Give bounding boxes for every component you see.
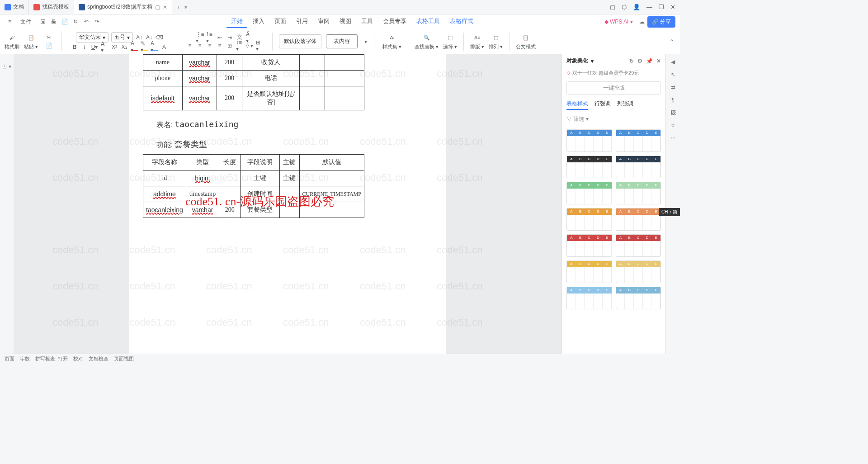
tab-table-style[interactable]: 表格样式 (445, 15, 478, 28)
tab-page[interactable]: 页面 (270, 15, 291, 28)
tab-table-tools[interactable]: 表格工具 (412, 15, 444, 28)
file-menu[interactable]: 文件 (17, 18, 35, 26)
style-set[interactable]: Aᵢ样式集 ▾ (382, 33, 401, 50)
tab-docs[interactable]: 文档 (0, 0, 29, 14)
table-style-preset[interactable]: ABCDE (616, 234, 661, 257)
tab-reference[interactable]: 引用 (292, 15, 312, 28)
tab-start[interactable]: 开始 (226, 15, 247, 28)
table-style-preset[interactable]: ABCDE (616, 129, 661, 152)
subtab-col-emphasis[interactable]: 列强调 (617, 100, 633, 110)
filter-dropdown[interactable]: ▽ 筛选 ▾ (562, 113, 665, 126)
table-style-preset[interactable]: ABCDE (616, 287, 661, 309)
fill-icon[interactable]: ◊ ▾ (246, 42, 253, 49)
cut-icon[interactable]: ✂ (45, 34, 52, 41)
table-style-preset[interactable]: ABCDE (566, 208, 612, 231)
new-tab-button[interactable]: + (172, 4, 184, 10)
image-icon[interactable]: 🖼 (670, 109, 676, 116)
preview-icon[interactable]: 📄 (61, 18, 68, 25)
italic-icon[interactable]: I (81, 43, 88, 51)
collapse-icon[interactable]: ◀ (671, 59, 675, 65)
table-style-preset[interactable]: ABCDE (566, 129, 612, 152)
refresh-icon[interactable]: ↻ (72, 18, 79, 25)
undo-icon[interactable]: ↶ (83, 18, 90, 25)
outdent-icon[interactable]: ⇤ (216, 34, 223, 41)
close-icon[interactable]: ✕ (163, 4, 167, 10)
transfer-icon[interactable]: ⇄ (671, 84, 675, 90)
shading-icon[interactable]: A ▾ (151, 43, 158, 51)
one-click-layout[interactable]: 一键排版 (566, 81, 661, 95)
align-justify-icon[interactable]: ≡ (216, 42, 223, 49)
align-center-icon[interactable]: ≡ (196, 42, 203, 49)
window-icon[interactable]: ▢ (610, 4, 615, 10)
underline-icon[interactable]: U ▾ (91, 43, 98, 51)
tab-insert[interactable]: 插入 (248, 15, 269, 28)
close-window-icon[interactable]: ✕ (670, 4, 675, 10)
distribute-icon[interactable]: ⊞ (226, 42, 233, 49)
user-icon[interactable]: 👤 (633, 4, 640, 10)
outline-icon[interactable]: ⊡ ▾ (2, 63, 11, 70)
select-button[interactable]: ⬚选择 ▾ (443, 33, 457, 50)
strike-icon[interactable]: A̶ ▾ (101, 43, 108, 51)
numbering-icon[interactable]: 1≡ ▾ (206, 34, 213, 41)
border-icon[interactable]: ⊞ ▾ (256, 42, 263, 49)
copy-icon[interactable]: 📄 (45, 42, 52, 49)
redo-icon[interactable]: ↷ (94, 18, 101, 25)
table-style-preset[interactable]: ABCDE (616, 208, 661, 231)
shapes-icon[interactable]: ☆ (670, 122, 675, 128)
tab-review[interactable]: 审阅 (313, 15, 334, 28)
maximize-icon[interactable]: ❐ (659, 4, 664, 10)
tab-tools[interactable]: 工具 (357, 15, 377, 28)
cube-icon[interactable]: ⬡ (622, 4, 627, 10)
share-button[interactable]: 🔗 分享 (647, 16, 675, 28)
row-height[interactable]: A≡排版 ▾ (470, 33, 484, 50)
superscript-icon[interactable]: X² (111, 43, 118, 51)
collapse-ribbon-icon[interactable]: ⌃ (668, 38, 675, 45)
hamburger-icon[interactable]: ≡ (5, 19, 15, 25)
sort-icon[interactable]: Ä ▾ (246, 34, 253, 41)
tab-view[interactable]: 视图 (335, 15, 356, 28)
line-spacing-icon[interactable]: ↕≡ ▾ (236, 42, 243, 49)
refresh-panel-icon[interactable]: ↻ (629, 58, 634, 64)
minimize-icon[interactable]: — (646, 4, 652, 10)
table-content-style[interactable]: 表内容 (326, 34, 358, 48)
table-style-preset[interactable]: ABCDE (566, 234, 612, 257)
wps-ai[interactable]: ◆ WPS AI ▾ (601, 19, 637, 25)
default-para-font[interactable]: 默认段落字体 (279, 34, 321, 48)
highlight-icon[interactable]: ✎ ▾ (141, 43, 148, 51)
table-1[interactable]: namevarchar200收货人 phonevarchar200电话 isde… (143, 54, 364, 110)
form-mode[interactable]: 📋公文模式 (516, 33, 536, 50)
cloud-icon[interactable]: ☁ (638, 18, 646, 25)
table-style-preset[interactable]: ABCDE (616, 156, 661, 178)
table-style-preset[interactable]: ABCDE (616, 182, 661, 204)
ime-indicator[interactable]: CH ♪ 简 (659, 208, 680, 216)
font-color-icon[interactable]: A ▾ (131, 43, 138, 51)
tab-current[interactable]: springboot9r2r3数据库文档▢✕ (74, 0, 172, 14)
format-brush[interactable]: 🖌格式刷 (5, 33, 19, 50)
table-style-preset[interactable]: ABCDE (566, 182, 612, 204)
print-icon[interactable]: 🖶 (50, 18, 57, 25)
char-border-icon[interactable]: A (160, 43, 168, 51)
cursor-icon[interactable]: ↖ (671, 71, 675, 78)
find-replace[interactable]: 🔍查找替换 ▾ (415, 33, 439, 50)
paragraph-icon[interactable]: ¶ (671, 97, 674, 103)
tab-template[interactable]: 找稿壳模板 (29, 0, 74, 14)
table-style-preset[interactable]: ABCDE (566, 287, 612, 309)
subtab-row-emphasis[interactable]: 行强调 (594, 100, 611, 110)
bullets-icon[interactable]: ⋮≡ ▾ (196, 34, 203, 41)
style-expand-icon[interactable]: ▾ (362, 38, 369, 45)
bold-icon[interactable]: B (71, 43, 78, 51)
save-icon[interactable]: 🖫 (39, 18, 47, 25)
close-panel-icon[interactable]: ✕ (656, 58, 661, 64)
tab-menu[interactable]: ▾ (184, 4, 187, 10)
table-style-preset[interactable]: ABCDE (566, 156, 612, 178)
document-canvas[interactable]: code51.cn code51.cn code51.cn code51.cn … (14, 54, 561, 354)
subscript-icon[interactable]: X₂ (121, 43, 128, 51)
promo-banner[interactable]: ◇双十一狂欢 超级会员季卡29元 (562, 67, 665, 79)
table-style-preset[interactable]: ABCDE (566, 260, 612, 283)
arrange[interactable]: ⬚排列 ▾ (489, 33, 503, 50)
settings-icon[interactable]: ⚙ (637, 58, 642, 64)
align-left-icon[interactable]: ≡ (186, 42, 193, 49)
more-icon[interactable]: ⋯ (670, 135, 676, 141)
paste-button[interactable]: 📋粘贴 ▾ (24, 33, 38, 50)
table-style-preset[interactable]: ABCDE (616, 260, 661, 283)
